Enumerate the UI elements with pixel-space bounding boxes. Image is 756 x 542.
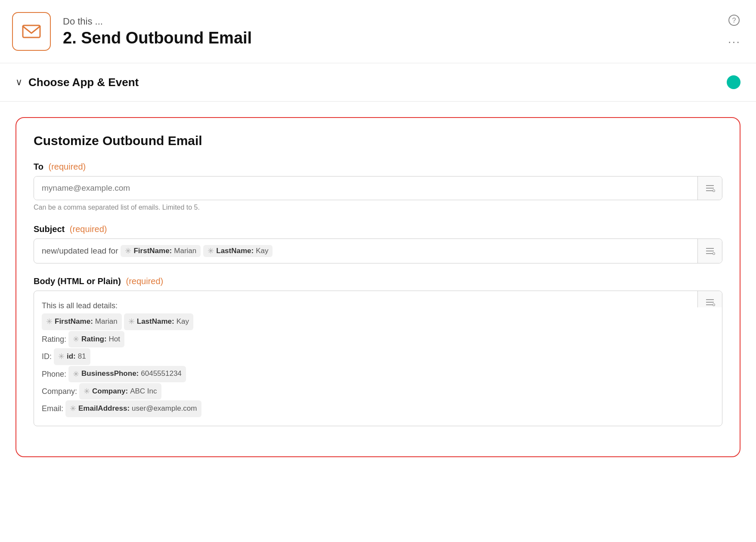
header-left: Do this ... 2. Send Outbound Email — [12, 12, 252, 51]
tag-icon-1: ✳ — [125, 246, 131, 256]
status-indicator — [727, 75, 741, 89]
body-firstname-value: Marian — [95, 315, 118, 328]
to-required: (required) — [49, 162, 86, 171]
subject-required: (required) — [70, 224, 107, 234]
header-text: Do this ... 2. Send Outbound Email — [63, 16, 252, 47]
body-line-1: ✳ FirstName: Marian ✳ LastName: Kay — [42, 313, 690, 330]
body-rating-label: Rating: — [81, 333, 107, 346]
body-field-group: Body (HTML or Plain) (required) This is … — [34, 276, 722, 426]
svg-rect-0 — [23, 25, 40, 37]
section-title: Choose App & Event — [28, 76, 139, 89]
body-rating-tag: ✳ Rating: Hot — [68, 331, 124, 347]
to-input[interactable] — [34, 177, 697, 200]
tag-icon-2: ✳ — [208, 246, 214, 256]
more-options-button[interactable]: ··· — [728, 35, 741, 49]
body-label: Body (HTML or Plain) (required) — [34, 276, 722, 286]
svg-text:?: ? — [732, 17, 736, 24]
to-field-group: To (required) Can be a comma separated — [34, 162, 722, 211]
body-rating-value: Hot — [109, 333, 120, 346]
body-line-2: Rating: ✳ Rating: Hot — [42, 331, 690, 347]
body-line-3: ID: ✳ id: 81 — [42, 348, 690, 365]
subject-firstname-tag: ✳ FirstName: Marian — [121, 245, 201, 257]
body-id-tag: ✳ id: 81 — [54, 348, 90, 365]
body-company-label: Company: — [92, 385, 128, 398]
body-input-row: This is all lead details: ✳ FirstName: M… — [34, 291, 722, 426]
body-email-tag: ✳ EmailAddress: user@example.com — [65, 400, 201, 417]
body-intro-line: This is all lead details: — [42, 299, 690, 313]
body-email-prefix: Email: — [42, 402, 63, 415]
body-id-value: 81 — [78, 350, 86, 363]
subject-prefix: new/updated lead for — [42, 246, 118, 256]
body-id-label: id: — [67, 350, 76, 363]
subject-lastname-tag: ✳ LastName: Kay — [203, 245, 273, 257]
body-email-label: EmailAddress: — [78, 402, 130, 415]
subject-field-group: Subject (required) new/updated lead for … — [34, 224, 722, 263]
customize-card: Customize Outbound Email To (required) — [15, 117, 741, 457]
subject-lastname-label: LastName: — [216, 247, 254, 255]
email-icon — [21, 21, 42, 42]
body-lastname-label: LastName: — [137, 315, 174, 328]
body-content[interactable]: This is all lead details: ✳ FirstName: M… — [34, 291, 697, 426]
main-content: Customize Outbound Email To (required) — [0, 102, 756, 473]
to-addon-button[interactable] — [697, 177, 722, 200]
help-button[interactable]: ? — [728, 14, 740, 26]
subject-content[interactable]: new/updated lead for ✳ FirstName: Marian… — [34, 239, 697, 263]
to-hint: Can be a comma separated list of emails.… — [34, 204, 722, 211]
subject-label: Subject (required) — [34, 224, 722, 234]
body-rating-prefix: Rating: — [42, 332, 66, 346]
body-line-5: Company: ✳ Company: ABC Inc — [42, 383, 690, 400]
section-header-left: ∨ Choose App & Event — [15, 76, 139, 89]
body-phone-prefix: Phone: — [42, 367, 66, 381]
body-lastname-value: Kay — [177, 315, 189, 328]
step-icon-box — [12, 12, 51, 51]
to-label: To (required) — [34, 162, 722, 172]
body-line-4: Phone: ✳ BusinessPhone: 6045551234 — [42, 366, 690, 382]
body-phone-label: BusinessPhone: — [81, 367, 139, 381]
subject-addon-button[interactable] — [697, 239, 722, 263]
body-email-value: user@example.com — [132, 402, 197, 415]
body-lastname-tag: ✳ LastName: Kay — [124, 313, 193, 330]
body-firstname-tag: ✳ FirstName: Marian — [42, 313, 122, 330]
body-id-prefix: ID: — [42, 350, 52, 363]
body-firstname-label: FirstName: — [55, 315, 93, 328]
header-actions: ? ··· — [728, 14, 741, 49]
subject-lastname-value: Kay — [256, 247, 268, 255]
body-company-tag: ✳ Company: ABC Inc — [79, 383, 161, 400]
card-title: Customize Outbound Email — [34, 133, 722, 148]
subject-firstname-label: FirstName: — [133, 247, 172, 255]
step-title: 2. Send Outbound Email — [63, 29, 252, 47]
body-company-prefix: Company: — [42, 384, 77, 398]
body-phone-value: 6045551234 — [141, 367, 182, 381]
do-this-label: Do this ... — [63, 16, 252, 27]
to-input-row — [34, 176, 722, 200]
body-required: (required) — [126, 276, 164, 286]
body-company-value: ABC Inc — [130, 385, 157, 398]
body-addon-button[interactable] — [697, 291, 722, 307]
subject-input-row: new/updated lead for ✳ FirstName: Marian… — [34, 238, 722, 263]
subject-firstname-value: Marian — [174, 247, 196, 255]
section-header: ∨ Choose App & Event — [0, 63, 756, 102]
body-intro-text: This is all lead details: — [42, 299, 118, 313]
chevron-down-icon[interactable]: ∨ — [15, 77, 22, 88]
body-phone-tag: ✳ BusinessPhone: 6045551234 — [68, 366, 186, 382]
step-header: Do this ... 2. Send Outbound Email ? ··· — [0, 0, 756, 63]
body-line-6: Email: ✳ EmailAddress: user@example.com — [42, 400, 690, 417]
